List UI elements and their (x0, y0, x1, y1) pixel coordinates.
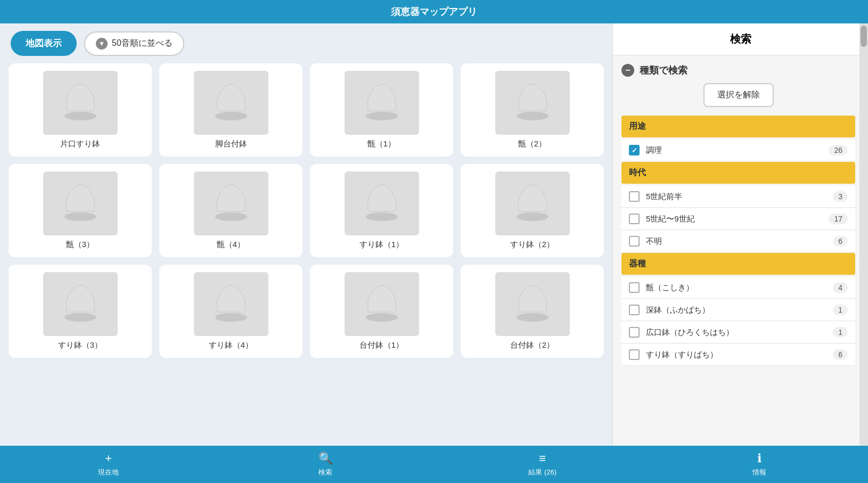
filter-count-badge: 1 (833, 327, 848, 338)
artifact-grid: 片口すり鉢 脚台付鉢 甑（1） 甑（2） 甑（3） 甑（4） すり鉢（1） すり… (9, 63, 604, 358)
artifact-label-3: 甑（1） (367, 139, 396, 149)
grid-item-5[interactable]: 甑（3） (9, 164, 152, 257)
filter-checkbox-広口鉢（ひろくちはち）[interactable] (629, 327, 640, 338)
svg-point-11 (517, 313, 548, 322)
filter-row-すり鉢（すりばち）[interactable]: すり鉢（すりばち）6 (621, 344, 855, 366)
filter-label-text: すり鉢（すりばち） (646, 350, 833, 360)
nav-item-results[interactable]: ≡結果 (26) (434, 446, 651, 483)
filter-checkbox-不明[interactable] (629, 236, 640, 247)
collapse-icon[interactable]: − (621, 64, 634, 77)
artifact-image-7 (345, 171, 419, 235)
artifact-grid-container[interactable]: 片口すり鉢 脚台付鉢 甑（1） 甑（2） 甑（3） 甑（4） すり鉢（1） すり… (0, 63, 612, 446)
artifact-label-4: 甑（2） (518, 139, 546, 149)
filter-checkbox-5世紀〜9世紀[interactable] (629, 214, 640, 224)
filter-count-badge: 4 (833, 282, 848, 293)
filter-label-text: 広口鉢（ひろくちはち） (646, 328, 833, 338)
artifact-image-6 (194, 171, 268, 235)
results-icon: ≡ (539, 452, 546, 465)
filter-count-badge: 6 (833, 349, 848, 360)
filter-count-badge: 3 (833, 191, 848, 202)
artifact-image-3 (345, 71, 419, 135)
search-icon: 🔍 (318, 452, 333, 465)
grid-item-3[interactable]: 甑（1） (310, 63, 453, 157)
svg-point-3 (517, 112, 548, 120)
category-header-器種: 器種 (621, 253, 855, 275)
filter-checkbox-深鉢（ふかばち）[interactable] (629, 305, 640, 315)
artifact-label-6: 甑（4） (217, 240, 245, 250)
filter-label-text: 甑（こしき） (646, 283, 833, 293)
filter-content[interactable]: − 種類で検索 選択を解除 用途調理26時代5世紀前半35世紀〜9世紀17不明6… (613, 55, 868, 446)
grid-item-11[interactable]: 台付鉢（1） (310, 265, 453, 358)
grid-item-7[interactable]: すり鉢（1） (310, 164, 453, 257)
filter-row-甑（こしき）[interactable]: 甑（こしき）4 (621, 277, 855, 299)
filter-checkbox-5世紀前半[interactable] (629, 191, 640, 202)
filter-section-title: 種類で検索 (640, 64, 687, 77)
nav-item-info[interactable]: ℹ情報 (651, 446, 869, 483)
filter-label-text: 5世紀前半 (646, 192, 833, 202)
artifact-image-8 (495, 171, 570, 235)
svg-point-4 (64, 212, 96, 221)
artifact-image-1 (43, 71, 118, 135)
category-header-用途: 用途 (621, 116, 855, 137)
filter-row-不明[interactable]: 不明6 (621, 231, 855, 252)
grid-item-4[interactable]: 甑（2） (461, 63, 604, 157)
filter-section-header: − 種類で検索 (621, 64, 855, 77)
svg-point-7 (517, 212, 548, 221)
info-icon: ℹ (757, 452, 761, 465)
filter-categories: 用途調理26時代5世紀前半35世紀〜9世紀17不明6器種甑（こしき）4深鉢（ふか… (621, 116, 855, 366)
artifact-image-2 (194, 71, 268, 135)
app-title: 須恵器マップアプリ (391, 6, 477, 17)
artifact-label-2: 脚台付鉢 (215, 139, 247, 149)
nav-item-search[interactable]: 🔍検索 (217, 446, 435, 483)
right-scrollbar[interactable] (859, 23, 868, 446)
grid-item-1[interactable]: 片口すり鉢 (9, 63, 152, 157)
artifact-label-11: 台付鉢（1） (359, 340, 404, 350)
filter-label-text: 調理 (646, 145, 829, 155)
artifact-image-11 (345, 272, 419, 336)
grid-item-8[interactable]: すり鉢（2） (461, 164, 604, 257)
nav-label-results: 結果 (26) (528, 468, 556, 477)
filter-row-5世紀前半[interactable]: 5世紀前半3 (621, 186, 855, 208)
filter-row-調理[interactable]: 調理26 (621, 140, 855, 161)
artifact-image-9 (43, 272, 118, 336)
app-header: 須恵器マップアプリ (0, 0, 868, 23)
map-display-button[interactable]: 地図表示 (11, 31, 77, 56)
filter-count-badge: 1 (833, 305, 848, 315)
search-panel-title: 検索 (613, 23, 868, 55)
grid-item-9[interactable]: すり鉢（3） (9, 265, 152, 358)
scrollbar-thumb[interactable] (861, 26, 867, 47)
filter-checkbox-調理[interactable] (629, 145, 640, 155)
nav-label-search: 検索 (318, 468, 332, 477)
artifact-label-8: すり鉢（2） (510, 240, 554, 250)
grid-item-10[interactable]: すり鉢（4） (159, 265, 302, 358)
left-panel: 地図表示 ▼ 50音順に並べる 片口すり鉢 脚台付鉢 甑（1） 甑（2） 甑（3… (0, 23, 612, 446)
right-panel: 検索 − 種類で検索 選択を解除 用途調理26時代5世紀前半35世紀〜9世紀17… (612, 23, 868, 446)
chevron-down-icon: ▼ (96, 38, 108, 50)
deselect-button[interactable]: 選択を解除 (703, 83, 774, 107)
grid-item-12[interactable]: 台付鉢（2） (461, 265, 604, 358)
nav-label-location: 現在地 (98, 468, 119, 477)
grid-item-6[interactable]: 甑（4） (159, 164, 302, 257)
filter-count-badge: 17 (829, 214, 848, 224)
bottom-nav: +現在地🔍検索≡結果 (26)ℹ情報 (0, 446, 868, 483)
filter-row-5世紀〜9世紀[interactable]: 5世紀〜9世紀17 (621, 208, 855, 230)
filter-label-text: 深鉢（ふかばち） (646, 305, 833, 315)
location-icon: + (105, 452, 112, 465)
toolbar: 地図表示 ▼ 50音順に並べる (0, 23, 612, 63)
filter-label-text: 不明 (646, 236, 833, 247)
filter-row-深鉢（ふかばち）[interactable]: 深鉢（ふかばち）1 (621, 299, 855, 321)
grid-item-2[interactable]: 脚台付鉢 (159, 63, 302, 157)
svg-point-9 (215, 313, 247, 322)
nav-item-location[interactable]: +現在地 (0, 446, 217, 483)
svg-point-8 (64, 313, 96, 322)
filter-checkbox-すり鉢（すりばち）[interactable] (629, 349, 640, 360)
artifact-label-9: すり鉢（3） (58, 340, 102, 350)
filter-checkbox-甑（こしき）[interactable] (629, 282, 640, 293)
filter-row-広口鉢（ひろくちはち）[interactable]: 広口鉢（ひろくちはち）1 (621, 322, 855, 343)
svg-point-5 (215, 212, 247, 221)
artifact-image-5 (43, 171, 118, 235)
filter-label-text: 5世紀〜9世紀 (646, 214, 829, 224)
sort-button[interactable]: ▼ 50音順に並べる (84, 31, 184, 56)
artifact-label-5: 甑（3） (66, 240, 94, 250)
nav-label-info: 情報 (752, 468, 766, 477)
